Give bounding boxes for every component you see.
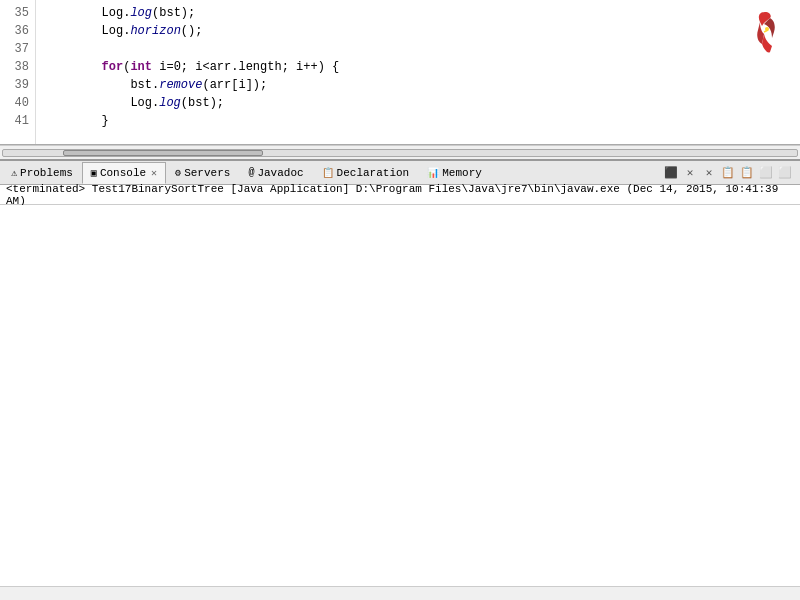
line-number: 37 bbox=[6, 40, 29, 58]
bottom-horizontal-scrollbar[interactable] bbox=[0, 586, 800, 600]
tab-console[interactable]: ▣Console✕ bbox=[82, 162, 166, 184]
memory-tab-label: Memory bbox=[442, 167, 482, 179]
paste-button[interactable]: 📋 bbox=[738, 164, 756, 182]
console-output[interactable] bbox=[0, 205, 800, 586]
scrollbar-thumb[interactable] bbox=[63, 150, 263, 156]
console-tab-icon: ▣ bbox=[91, 167, 97, 179]
line-number: 36 bbox=[6, 22, 29, 40]
horizontal-scrollbar[interactable] bbox=[0, 145, 800, 159]
tab-javadoc[interactable]: @Javadoc bbox=[239, 162, 312, 184]
line-number: 39 bbox=[6, 76, 29, 94]
remove-launch-button[interactable]: ✕ bbox=[700, 164, 718, 182]
servers-tab-icon: ⚙ bbox=[175, 167, 181, 179]
problems-tab-label: Problems bbox=[20, 167, 73, 179]
code-line: for(int i=0; i<arr.length; i++) { bbox=[44, 58, 792, 76]
console-status: <terminated> Test17BinarySortTree [Java … bbox=[0, 185, 800, 205]
tab-toolbar: ⬛✕✕📋📋⬜⬜ bbox=[662, 164, 798, 182]
problems-tab-icon: ⚠ bbox=[11, 167, 17, 179]
eclipse-logo bbox=[750, 10, 780, 60]
copy-button[interactable]: 📋 bbox=[719, 164, 737, 182]
javadoc-tab-icon: @ bbox=[248, 167, 254, 178]
svg-point-1 bbox=[765, 27, 769, 31]
tab-servers[interactable]: ⚙Servers bbox=[166, 162, 239, 184]
code-line: bst.remove(arr[i]); bbox=[44, 76, 792, 94]
declaration-tab-label: Declaration bbox=[337, 167, 410, 179]
line-number: 40 bbox=[6, 94, 29, 112]
servers-tab-label: Servers bbox=[184, 167, 230, 179]
word-wrap-button[interactable]: ⬜ bbox=[776, 164, 794, 182]
code-line bbox=[44, 40, 792, 58]
line-numbers: 35363738394041 bbox=[0, 0, 36, 144]
tab-bar: ⚠Problems▣Console✕⚙Servers@Javadoc📋Decla… bbox=[0, 161, 800, 185]
console-tab-label: Console bbox=[100, 167, 146, 179]
code-line: Log.log(bst); bbox=[44, 94, 792, 112]
scroll-lock-button[interactable]: ⬜ bbox=[757, 164, 775, 182]
code-line: Log.log(bst); bbox=[44, 4, 792, 22]
code-content: Log.log(bst); Log.horizon(); for(int i=0… bbox=[36, 0, 800, 144]
code-line: } bbox=[44, 112, 792, 130]
line-number: 41 bbox=[6, 112, 29, 130]
bottom-panel: ⚠Problems▣Console✕⚙Servers@Javadoc📋Decla… bbox=[0, 159, 800, 600]
tab-memory[interactable]: 📊Memory bbox=[418, 162, 491, 184]
code-line: Log.horizon(); bbox=[44, 22, 792, 40]
javadoc-tab-label: Javadoc bbox=[257, 167, 303, 179]
tab-problems[interactable]: ⚠Problems bbox=[2, 162, 82, 184]
line-number: 38 bbox=[6, 58, 29, 76]
terminate-button[interactable]: ✕ bbox=[681, 164, 699, 182]
declaration-tab-icon: 📋 bbox=[322, 167, 334, 179]
tab-declaration[interactable]: 📋Declaration bbox=[313, 162, 419, 184]
code-editor: 35363738394041 Log.log(bst); Log.horizon… bbox=[0, 0, 800, 145]
memory-tab-icon: 📊 bbox=[427, 167, 439, 179]
line-number: 35 bbox=[6, 4, 29, 22]
clear-console-button[interactable]: ⬛ bbox=[662, 164, 680, 182]
scrollbar-track[interactable] bbox=[2, 149, 798, 157]
console-tab-close[interactable]: ✕ bbox=[151, 167, 157, 179]
